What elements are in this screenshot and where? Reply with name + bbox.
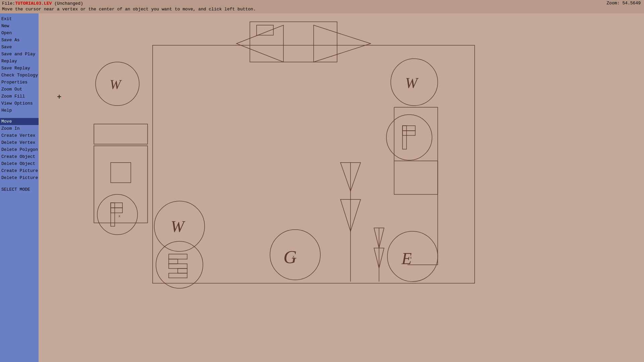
svg-text:x: x: [118, 214, 120, 218]
tool-create-object[interactable]: Create Object: [0, 153, 39, 160]
svg-text:G: G: [283, 247, 297, 267]
menu-replay[interactable]: Replay: [0, 58, 39, 65]
svg-rect-35: [402, 131, 415, 135]
filename: TUTORIAL03.LEV: [15, 1, 52, 6]
tool-delete-vertex[interactable]: Delete Vertex: [0, 139, 39, 146]
file-title: File:TUTORIAL03.LEV (Unchanged): [2, 1, 83, 7]
top-bar: File:TUTORIAL03.LEV (Unchanged) Move the…: [0, 0, 644, 13]
svg-rect-22: [169, 273, 187, 278]
svg-rect-12: [111, 203, 122, 208]
svg-rect-20: [169, 264, 187, 268]
svg-rect-34: [402, 126, 415, 131]
svg-point-10: [97, 194, 138, 235]
svg-point-32: [386, 115, 432, 160]
svg-text:W: W: [405, 75, 419, 91]
select-mode-label: SELECT MODE: [0, 186, 39, 193]
menu-save-replay[interactable]: Save Replay: [0, 65, 39, 72]
tool-delete-object[interactable]: Delete Object: [0, 160, 39, 167]
menu-save-as[interactable]: Save As: [0, 37, 39, 44]
svg-rect-13: [111, 208, 122, 213]
svg-point-37: [387, 231, 438, 282]
svg-rect-3: [250, 22, 337, 62]
tool-zoom-in[interactable]: Zoom In: [0, 125, 39, 132]
svg-rect-33: [402, 126, 407, 149]
svg-marker-2: [314, 25, 371, 62]
tool-delete-polygon[interactable]: Delete Polygon: [0, 146, 39, 153]
menu-save[interactable]: Save: [0, 44, 39, 51]
canvas-area[interactable]: + .geo { fill: none; stroke: #5a3a30; st…: [39, 13, 644, 362]
tool-create-vertex[interactable]: Create Vertex: [0, 132, 39, 139]
svg-rect-9: [111, 163, 131, 183]
file-prefix: File:: [2, 1, 15, 6]
zoom-display: Zoom: 54.5649: [607, 1, 641, 6]
svg-rect-19: [169, 259, 178, 264]
svg-marker-1: [236, 25, 283, 62]
svg-text:W: W: [110, 77, 122, 92]
svg-rect-21: [178, 268, 187, 273]
zoom-label: Zoom:: [607, 1, 620, 6]
menu-open[interactable]: Open: [0, 29, 39, 37]
svg-rect-7: [94, 124, 148, 144]
zoom-value: 54.5649: [622, 1, 641, 6]
svg-text:W: W: [171, 218, 185, 235]
file-status: (Unchanged): [54, 1, 83, 6]
svg-rect-8: [94, 146, 148, 223]
tool-delete-picture[interactable]: Delete Picture: [0, 174, 39, 181]
menu-check-topology[interactable]: Check Topology: [0, 72, 39, 79]
svg-point-17: [156, 241, 203, 288]
tool-create-picture[interactable]: Create Picture: [0, 167, 39, 174]
svg-text:x: x: [410, 256, 412, 259]
menu-help[interactable]: Help: [0, 107, 39, 114]
svg-rect-0: [153, 45, 475, 283]
menu-save-and-play[interactable]: Save and Play: [0, 51, 39, 58]
svg-text:x: x: [292, 255, 294, 258]
menu-properties[interactable]: Properties: [0, 79, 39, 86]
menu-exit[interactable]: Exit: [0, 15, 39, 22]
menu-zoom-fill[interactable]: Zoom Fill: [0, 93, 39, 100]
status-message: Move the cursor near a vertex or the cen…: [2, 7, 256, 12]
svg-rect-18: [169, 254, 187, 259]
level-svg: .geo { fill: none; stroke: #5a3a30; stro…: [39, 13, 644, 362]
menu-zoom-out[interactable]: Zoom Out: [0, 86, 39, 93]
tool-move[interactable]: Move: [0, 118, 39, 125]
menu-new[interactable]: New: [0, 22, 39, 29]
sidebar: Exit New Open Save As Save Save and Play…: [0, 13, 39, 362]
menu-view-options[interactable]: View Options: [0, 100, 39, 107]
svg-rect-36: [394, 161, 438, 194]
